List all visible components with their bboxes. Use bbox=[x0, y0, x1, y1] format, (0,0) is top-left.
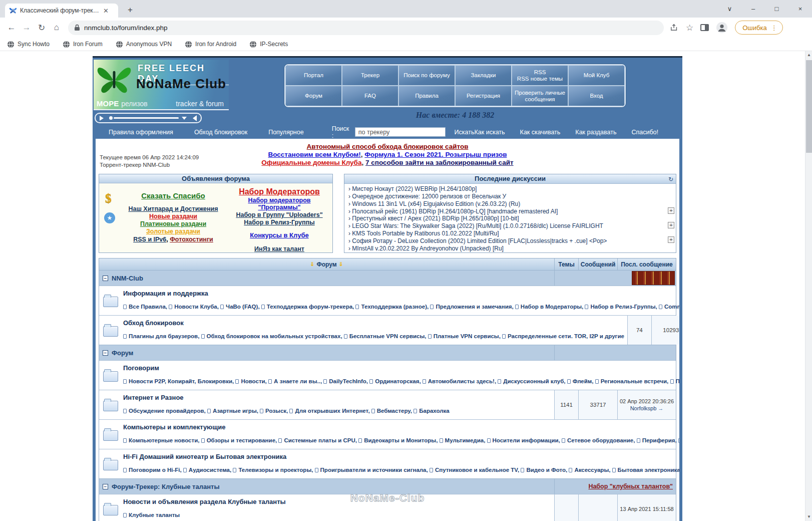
menu-private-messages[interactable]: Проверить личные сообщения bbox=[512, 86, 568, 106]
subforum-link[interactable]: DailyTechInfo bbox=[323, 378, 369, 384]
subforum-link[interactable]: Набор в Релиз-Группы bbox=[585, 304, 658, 310]
volume-icon[interactable] bbox=[190, 115, 197, 121]
discussion-item[interactable]: София Ротару - DeLuxe Collection (2002) … bbox=[348, 237, 668, 245]
menu-forum[interactable]: Форум bbox=[285, 86, 342, 106]
subforum-link[interactable]: Поздравления bbox=[670, 378, 680, 384]
subforum-link[interactable]: Флейм bbox=[567, 378, 595, 384]
announce-link[interactable]: Официальные домены Клуба bbox=[261, 159, 361, 166]
subforum-link[interactable]: Барахолка bbox=[414, 408, 449, 414]
subforum-link[interactable]: Проигрыватели и источники сигнала bbox=[315, 467, 430, 473]
discussion-item[interactable]: KMS Tools Portable by Ratiborus 01.02.20… bbox=[348, 230, 668, 237]
subforum-link[interactable]: Телевизоры и проекторы bbox=[233, 467, 314, 473]
announce-box-link[interactable]: Набор модераторов "Программы" bbox=[226, 197, 332, 211]
bookmark-star-icon[interactable]: ☆ bbox=[686, 23, 693, 33]
subforum-link[interactable]: Видеокарты и Мониторы bbox=[358, 437, 439, 443]
forum-title-link[interactable]: Обход блокировок bbox=[123, 319, 624, 327]
side-panel-icon[interactable] bbox=[700, 24, 709, 31]
subforum-link[interactable]: ЧаВо (FAQ) bbox=[220, 304, 261, 310]
announce-box-link[interactable]: Наш Хитпарад и Достижения bbox=[120, 205, 226, 212]
subforum-link[interactable]: Техподдержка форум-трекера bbox=[261, 304, 356, 310]
goto-post-icon[interactable]: → bbox=[658, 405, 663, 411]
back-icon[interactable]: ← bbox=[4, 23, 19, 33]
reload-icon[interactable]: ↻ bbox=[34, 23, 49, 33]
menu-portal[interactable]: Портал bbox=[285, 65, 342, 86]
window-close-button[interactable]: × bbox=[788, 0, 812, 18]
announce-link[interactable]: Автономный способ обхода блокировок сайт… bbox=[307, 143, 469, 150]
category-title[interactable]: Форум-Трекер: Клубные таланты bbox=[99, 483, 554, 490]
menu-login[interactable]: Вход bbox=[568, 86, 625, 106]
subforum-link[interactable]: А знаете ли вы.. bbox=[268, 378, 323, 384]
scroll-down-icon[interactable]: ▼ bbox=[805, 513, 812, 521]
category-banner-image[interactable] bbox=[632, 271, 675, 285]
forum-title-link[interactable]: Hi-Fi Домашний кинотеатр и Бытовая элект… bbox=[123, 453, 679, 460]
url-bar[interactable]: nnmclub.to/forum/index.php bbox=[68, 21, 664, 35]
bookmark-item[interactable]: Anonymous VPN bbox=[116, 41, 172, 48]
forum-title-link[interactable]: Информация и поддержка bbox=[123, 290, 679, 297]
browser-tab[interactable]: Классический форум-трекер :: ✕ bbox=[5, 4, 118, 18]
bookmark-item[interactable]: IP-Secrets bbox=[249, 41, 288, 48]
announce-link[interactable]: Восстановим всем Клубом! bbox=[268, 151, 361, 158]
subforum-link[interactable]: Клубные таланты bbox=[123, 512, 180, 518]
discussion-item[interactable]: MInstAll v.20.02.2022 By Andreyonohov (U… bbox=[348, 245, 668, 252]
subforum-link[interactable]: Азартные игры bbox=[207, 408, 260, 414]
home-icon[interactable]: ⌂ bbox=[49, 23, 64, 33]
category-right-link[interactable]: Набор "клубных талантов" bbox=[588, 483, 675, 490]
subforum-link[interactable]: Розыск bbox=[260, 408, 289, 414]
forward-icon[interactable]: → bbox=[19, 23, 34, 33]
discussion-item[interactable]: Очередное достижение: 12000 релизов от В… bbox=[348, 193, 668, 200]
subforum-link[interactable]: Для открывших Интернет bbox=[289, 408, 371, 414]
subforum-link[interactable]: Вебмастеру bbox=[371, 408, 414, 414]
announce-box-link[interactable]: Золотые раздачи bbox=[120, 228, 226, 235]
bookmark-item[interactable]: Iron Forum bbox=[63, 41, 103, 48]
subforum-link[interactable]: Обзоры и тестирование bbox=[201, 437, 279, 443]
menu-tracker[interactable]: Трекер bbox=[342, 65, 398, 86]
player-dropdown-icon[interactable] bbox=[182, 117, 187, 122]
toolbar-link[interactable]: Как раздавать bbox=[575, 129, 616, 136]
subforum-link[interactable]: Сетевое оборудование bbox=[562, 437, 637, 443]
scroll-up-icon[interactable]: ▲ bbox=[805, 51, 812, 59]
announce-box-link[interactable]: Платиновые раздачи bbox=[120, 220, 226, 227]
discussion-item[interactable]: Преступный квест / Apex (2021) BDRip [H.… bbox=[348, 215, 668, 222]
subforum-link[interactable]: Периферия bbox=[637, 437, 678, 443]
toolbar-link[interactable]: Как искать bbox=[475, 129, 505, 136]
collapse-icon[interactable] bbox=[103, 350, 108, 356]
discussion-item[interactable]: Полосатый рейс (1961) BDRip [H.264/1080p… bbox=[348, 208, 668, 215]
kebab-menu-icon[interactable]: ⋮ bbox=[771, 24, 777, 32]
menu-my-club[interactable]: Мой Клуб bbox=[568, 65, 625, 86]
new-tab-button[interactable]: + bbox=[124, 4, 136, 16]
subforum-link[interactable]: Обход блокировок на мобильных устройства… bbox=[201, 333, 344, 339]
profile-avatar[interactable] bbox=[716, 22, 728, 34]
search-button[interactable]: Искать bbox=[455, 129, 475, 136]
subforum-link[interactable]: Спутниковое и кабельное TV bbox=[430, 467, 521, 473]
player-progress-bar[interactable] bbox=[114, 117, 179, 119]
subforum-link[interactable]: Региональные встречи bbox=[595, 378, 670, 384]
share-icon[interactable] bbox=[670, 24, 679, 32]
subforum-link[interactable]: Новости Клуба bbox=[169, 304, 220, 310]
subforum-link[interactable]: Поговорим о Hi-Fi bbox=[123, 467, 183, 473]
expand-plus-icon[interactable] bbox=[668, 222, 674, 228]
subforum-link[interactable]: Ординаторская bbox=[369, 378, 423, 384]
forum-title-link[interactable]: Интернет и Разное bbox=[123, 394, 551, 401]
menu-registration[interactable]: Регистрация bbox=[455, 86, 512, 106]
search-input[interactable] bbox=[355, 127, 446, 137]
subforum-link[interactable]: Аудиосистема bbox=[183, 467, 233, 473]
category-title[interactable]: NNM-Club bbox=[99, 275, 554, 282]
subforum-link[interactable]: Все Правила bbox=[123, 304, 169, 310]
expand-plus-icon[interactable] bbox=[668, 207, 674, 214]
announce-box-link[interactable]: RSS и IPv6 bbox=[133, 236, 166, 243]
subforum-link[interactable]: Компьютерные новости bbox=[123, 437, 201, 443]
announce-box-link[interactable]: Набор в Релиз-Группы bbox=[226, 219, 332, 226]
subforum-link[interactable]: Системные платы и CPU bbox=[278, 437, 358, 443]
forum-title-link[interactable]: Компьютеры и комплектующие bbox=[123, 423, 679, 431]
subforum-link[interactable]: Носители информации bbox=[487, 437, 562, 443]
bookmark-item[interactable]: Iron for Android bbox=[185, 41, 236, 48]
announce-box-link[interactable]: ИнЯз как талант bbox=[226, 245, 332, 252]
announce-box-link[interactable]: Сказать Спасибо bbox=[120, 191, 226, 200]
subforum-link[interactable]: Плагины для браузеров bbox=[123, 333, 201, 339]
radio-player[interactable] bbox=[95, 113, 202, 123]
subforum-link[interactable]: Бытовая электроника bbox=[612, 467, 679, 473]
discussion-item[interactable]: LEGO Star Wars: The Skywalker Saga (2022… bbox=[348, 222, 668, 230]
subforum-link[interactable]: Распределенные сети. TOR, I2P и другие bbox=[502, 333, 624, 339]
subforum-link[interactable]: Набор в Модераторы bbox=[515, 304, 585, 310]
menu-rules[interactable]: Правила bbox=[398, 86, 455, 106]
